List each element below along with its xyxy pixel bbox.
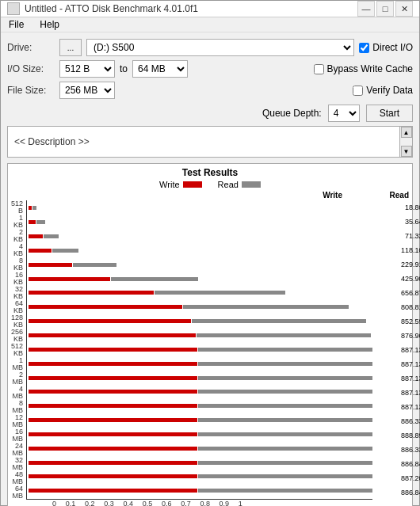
write-bar: [29, 319, 191, 323]
bar-row: [27, 402, 372, 410]
scroll-down-button[interactable]: ▼: [401, 146, 412, 157]
write-bar: [29, 418, 197, 422]
data-row: 888.89 MB/s952.56 MB/s: [377, 432, 420, 439]
write-bar: [29, 220, 36, 224]
write-value: 887.13 MB/s: [377, 403, 420, 411]
col-write-header: Write: [279, 191, 342, 200]
file-size-label: File Size:: [7, 85, 55, 96]
bar-row: [27, 473, 372, 481]
legend-read-color: [242, 181, 261, 188]
chart-row-label: 4 MB: [11, 386, 23, 400]
start-button[interactable]: Start: [366, 105, 413, 122]
data-row: 656.87 MB/s686.88 MB/s: [377, 289, 420, 297]
drive-browse-button[interactable]: ...: [59, 39, 82, 56]
chart-row-label: 128 KB: [11, 314, 23, 329]
bar-row: [27, 444, 372, 452]
write-value: 888.89 MB/s: [377, 432, 420, 439]
write-value: 887.13 MB/s: [377, 389, 420, 397]
bar-row: [27, 219, 372, 226]
data-row: 876.96 MB/s939.71 MB/s: [377, 332, 420, 340]
x-axis-label: 0.2: [85, 500, 95, 506]
read-bar: [52, 249, 78, 253]
bar-row: [27, 318, 372, 325]
drive-select[interactable]: (D:) S500: [86, 39, 354, 56]
verify-data-checkbox[interactable]: [353, 86, 363, 96]
read-bar: [32, 206, 36, 210]
chart-title: Test Results: [11, 167, 409, 178]
chart-row-label: 512 B: [11, 200, 23, 215]
main-content: Drive: ... (D:) S500 Direct I/O I/O Size…: [1, 32, 419, 506]
write-bar: [29, 333, 196, 337]
io-size-to-select[interactable]: 64 MB: [132, 60, 188, 78]
scroll-up-button[interactable]: ▲: [401, 127, 412, 138]
chart-row-labels: 512 B1 KB2 KB4 KB8 KB16 KB32 KB64 KB128 …: [11, 200, 26, 500]
write-bar: [29, 348, 197, 352]
data-row: 887.13 MB/s952.85 MB/s: [377, 360, 420, 368]
x-axis-label: 0.9: [220, 500, 230, 506]
maximize-button[interactable]: □: [376, 1, 394, 17]
chart-area: Test Results Write Read Write: [7, 163, 413, 506]
write-value: 886.84 MB/s: [377, 460, 420, 468]
x-axis-labels: 00.10.20.30.40.50.60.70.80.91: [11, 500, 409, 506]
write-bar: [29, 390, 197, 394]
write-bar: [29, 305, 182, 309]
file-size-select[interactable]: 256 MB: [59, 82, 115, 99]
chart-row-label: 2 KB: [11, 229, 23, 243]
chart-bars: [26, 200, 372, 500]
data-row: 229.91 MB/s229.11 MB/s: [377, 261, 420, 268]
queue-depth-select[interactable]: 4: [328, 105, 360, 122]
minimize-button[interactable]: —: [357, 1, 375, 17]
write-value: 887.13 MB/s: [377, 346, 420, 354]
read-bar: [183, 305, 349, 309]
bar-row: [27, 261, 372, 268]
x-axis-label: 0.1: [66, 500, 76, 506]
read-bar: [155, 291, 285, 295]
bar-row: [27, 289, 372, 297]
read-bar: [198, 390, 372, 394]
write-bar: [29, 404, 197, 408]
read-bar: [198, 404, 372, 408]
title-controls: — □ ✕: [357, 1, 413, 17]
legend-write-color: [183, 181, 202, 188]
chart-row-label: 64 MB: [11, 485, 23, 500]
write-value: 118.10 MB/s: [377, 246, 420, 254]
direct-io-checkbox[interactable]: [359, 43, 369, 53]
description-text: << Description >>: [14, 136, 90, 147]
read-bar: [198, 418, 372, 422]
write-value: 852.59 MB/s: [377, 318, 420, 325]
chart-data-values: 18.80 MB/s22.46 MB/s35.64 MB/s44.57 MB/s…: [372, 200, 420, 500]
data-row: 852.59 MB/s915.80 MB/s: [377, 318, 420, 325]
read-bar: [36, 220, 45, 224]
data-row: 887.20 MB/s953.19 MB/s: [377, 474, 420, 482]
menu-file[interactable]: File: [4, 17, 29, 32]
read-bar: [73, 263, 116, 267]
data-row: 887.13 MB/s952.85 MB/s: [377, 346, 420, 354]
title-bar-left: Untitled - ATTO Disk Benchmark 4.01.0f1: [7, 2, 198, 15]
x-axis-label: 0.5: [143, 500, 153, 506]
bypass-write-cache-checkbox[interactable]: [314, 64, 324, 74]
chart-row-label: 1 MB: [11, 357, 23, 371]
data-row: 887.13 MB/s955.22 MB/s: [377, 389, 420, 397]
write-bar: [29, 362, 197, 366]
write-bar: [29, 206, 32, 210]
io-size-from-select[interactable]: 512 B: [59, 60, 115, 78]
app-icon: [7, 2, 20, 15]
bypass-write-cache-label: Bypass Write Cache: [327, 63, 414, 74]
write-bar: [29, 291, 154, 295]
data-row: 808.81 MB/s870.17 MB/s: [377, 303, 420, 311]
menu-help[interactable]: Help: [35, 17, 64, 32]
bar-row: [27, 332, 372, 340]
write-bar: [29, 376, 197, 380]
bar-row: [27, 417, 372, 424]
data-row: 425.90 MB/s453.54 MB/s: [377, 275, 420, 283]
chart-row-label: 24 MB: [11, 443, 23, 457]
close-button[interactable]: ✕: [395, 1, 413, 17]
write-bar: [29, 277, 110, 281]
legend-read: Read: [218, 180, 261, 189]
col-read-header: Read: [346, 191, 409, 200]
bar-row: [27, 458, 372, 466]
bar-row: [27, 430, 372, 438]
chart-row-label: 12 MB: [11, 414, 23, 428]
verify-data-label: Verify Data: [366, 85, 413, 96]
bar-row: [27, 345, 372, 353]
